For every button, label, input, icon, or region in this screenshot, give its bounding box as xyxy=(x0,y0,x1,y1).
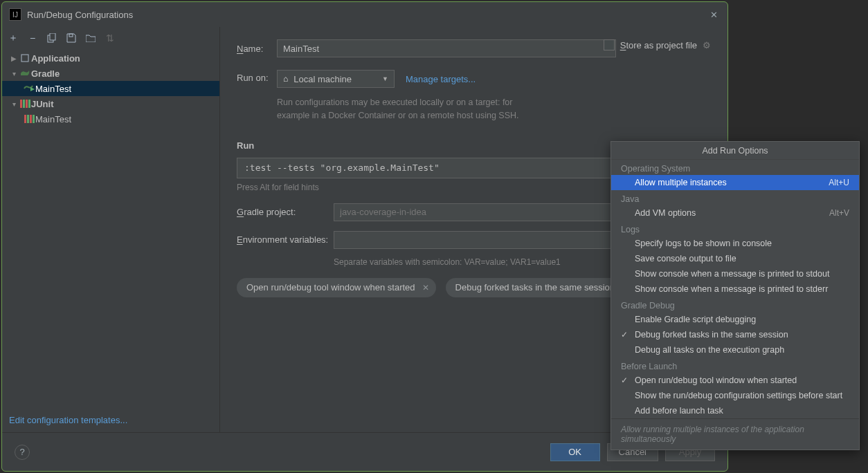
config-sidebar: ＋ − ⇅ ▶ Application ▾ Gradle xyxy=(2,27,220,432)
popup-item[interactable]: Debug forked tasks in the same session xyxy=(611,327,859,342)
gradle-run-icon xyxy=(23,84,35,93)
add-run-options-popup: Add Run Options Operating SystemAllow mu… xyxy=(611,141,860,450)
titlebar: IJ Run/Debug Configurations ✕ xyxy=(2,2,727,27)
svg-marker-4 xyxy=(30,87,35,91)
tree-label: JUnit xyxy=(31,99,54,109)
popup-item-label: Show console when a message is printed t… xyxy=(635,269,829,279)
sort-icon[interactable]: ⇅ xyxy=(105,33,116,44)
application-icon xyxy=(19,53,31,63)
runon-label: Run on: xyxy=(237,70,277,83)
store-label: Store as project file xyxy=(620,40,697,50)
popup-item[interactable]: Save console output to file xyxy=(611,251,859,266)
tree-label: Gradle xyxy=(31,68,60,79)
edit-templates-link[interactable]: Edit configuration templates... xyxy=(9,415,127,425)
tree-label: Application xyxy=(31,53,80,64)
name-input[interactable] xyxy=(277,39,616,57)
sidebar-toolbar: ＋ − ⇅ xyxy=(2,27,219,49)
dialog-title: Run/Debug Configurations xyxy=(27,10,707,20)
popup-item-label: Show console when a message is printed t… xyxy=(635,284,828,294)
save-icon[interactable] xyxy=(66,33,77,44)
tree-label: MainTest xyxy=(35,84,71,94)
runon-select[interactable]: ⌂Local machine ▼ xyxy=(277,70,395,88)
popup-item[interactable]: Add before launch task xyxy=(611,403,859,418)
popup-item-label: Add before launch task xyxy=(635,406,723,416)
runon-row: Run on: ⌂Local machine ▼ Manage targets.… xyxy=(237,70,711,122)
svg-rect-2 xyxy=(69,34,73,37)
junit-icon xyxy=(23,115,35,123)
popup-group-label: Before Launch xyxy=(611,358,859,373)
popup-group-label: Operating System xyxy=(611,160,859,175)
chevron-down-icon: ▼ xyxy=(382,75,388,82)
ok-button[interactable]: OK xyxy=(550,443,600,461)
popup-group-label: Java xyxy=(611,190,859,205)
close-icon[interactable]: ✕ xyxy=(422,283,429,293)
popup-item[interactable]: Show the run/debug configuration setting… xyxy=(611,388,859,403)
chevron-right-icon: ▶ xyxy=(9,55,19,62)
remove-icon[interactable]: − xyxy=(27,33,38,44)
junit-icon xyxy=(19,100,31,108)
popup-item-shortcut: Alt+V xyxy=(829,208,849,218)
run-section-title: Run xyxy=(237,140,254,151)
folder-icon[interactable] xyxy=(85,33,96,44)
chevron-down-icon: ▾ xyxy=(9,100,19,108)
popup-group-label: Logs xyxy=(611,221,859,236)
popup-item-label: Save console output to file xyxy=(635,254,736,263)
close-icon[interactable]: ✕ xyxy=(707,8,721,21)
popup-item-label: Enable Gradle script debugging xyxy=(635,315,756,324)
copy-icon[interactable] xyxy=(46,33,57,44)
tree-node-junit-maintest[interactable]: MainTest xyxy=(2,111,219,127)
sidebar-footer: Edit configuration templates... xyxy=(2,409,219,432)
tree-node-application[interactable]: ▶ Application xyxy=(2,50,219,66)
popup-item-label: Debug all tasks on the execution graph xyxy=(635,345,784,355)
gear-icon[interactable]: ⚙ xyxy=(703,40,711,50)
store-as-project-file[interactable]: Store as project file ⚙ xyxy=(604,39,711,50)
popup-item-label: Show the run/debug configuration setting… xyxy=(635,391,842,400)
add-icon[interactable]: ＋ xyxy=(8,33,19,44)
chevron-down-icon: ▾ xyxy=(9,70,19,77)
popup-item-label: Debug forked tasks in the same session xyxy=(635,330,788,340)
checkbox[interactable] xyxy=(604,39,615,50)
popup-item[interactable]: Show console when a message is printed t… xyxy=(611,266,859,281)
popup-item[interactable]: Enable Gradle script debugging xyxy=(611,312,859,327)
chip-debug-forked[interactable]: Debug forked tasks in the same session ✕ xyxy=(446,278,636,297)
tree-node-junit[interactable]: ▾ JUnit xyxy=(2,96,219,111)
home-icon: ⌂ xyxy=(283,74,288,84)
tree-node-gradle[interactable]: ▾ Gradle xyxy=(2,66,219,81)
popup-item[interactable]: Open run/debug tool window when started xyxy=(611,373,859,388)
tree-label: MainTest xyxy=(35,114,71,124)
popup-item-label: Allow multiple instances xyxy=(635,178,727,187)
config-tree: ▶ Application ▾ Gradle MainTest ▾ JUnit xyxy=(2,49,219,409)
popup-item[interactable]: Specify logs to be shown in console xyxy=(611,236,859,251)
popup-item[interactable]: Add VM optionsAlt+V xyxy=(611,205,859,221)
popup-item-label: Open run/debug tool window when started xyxy=(635,375,797,385)
tree-node-gradle-maintest[interactable]: MainTest xyxy=(2,81,219,96)
app-icon: IJ xyxy=(9,8,21,21)
popup-item-label: Add VM options xyxy=(635,208,696,218)
popup-footer-hint: Allow running multiple instances of the … xyxy=(611,418,859,449)
manage-targets-link[interactable]: Manage targets... xyxy=(406,74,476,84)
help-icon[interactable]: ? xyxy=(15,445,30,460)
popup-item[interactable]: Allow multiple instancesAlt+U xyxy=(611,175,859,190)
popup-item[interactable]: Debug all tasks on the execution graph xyxy=(611,342,859,358)
popup-item-label: Specify logs to be shown in console xyxy=(635,239,772,248)
popup-body: Operating SystemAllow multiple instances… xyxy=(611,160,859,418)
name-label: Name: xyxy=(237,44,277,54)
chip-open-tool-window[interactable]: Open run/debug tool window when started … xyxy=(237,278,436,297)
popup-item-shortcut: Alt+U xyxy=(829,178,849,187)
runon-hint: Run configurations may be executed local… xyxy=(277,96,518,122)
gradle-project-label: Gradle project: xyxy=(237,207,334,217)
env-label: Environment variables: xyxy=(237,234,334,245)
popup-title: Add Run Options xyxy=(611,142,859,160)
svg-rect-3 xyxy=(21,55,28,62)
popup-group-label: Gradle Debug xyxy=(611,297,859,312)
gradle-icon xyxy=(19,69,31,77)
popup-item[interactable]: Show console when a message is printed t… xyxy=(611,281,859,297)
svg-rect-1 xyxy=(50,33,55,40)
